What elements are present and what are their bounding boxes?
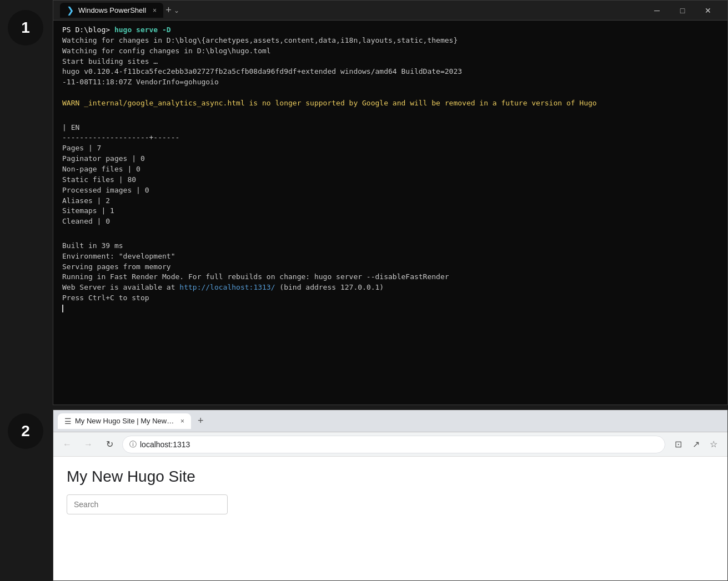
powershell-new-tab[interactable]: +	[165, 4, 172, 16]
browser-bookmark-btn[interactable]: ☆	[705, 436, 722, 453]
powershell-tab-title: Windows PowerShell	[78, 6, 146, 14]
ps-web-server-url: http://localhost:1313/	[179, 283, 275, 291]
powershell-minimize-btn[interactable]: ─	[644, 1, 670, 21]
browser-address-text: localhost:1313	[140, 440, 658, 449]
browser-tab-close[interactable]: ×	[180, 417, 184, 425]
ps-table-header: | EN	[62, 123, 719, 133]
powershell-window: ❯ Windows PowerShell × + ⌄ ─ □ ✕ PS D:\b…	[53, 0, 728, 405]
step-1-indicator: 1	[8, 10, 43, 46]
powershell-tab-close[interactable]: ×	[153, 7, 157, 14]
powershell-tab-dropdown[interactable]: ⌄	[174, 7, 179, 14]
browser-reload-btn[interactable]: ↻	[101, 436, 118, 453]
ps-built: Built in 39 ms	[62, 241, 719, 251]
ps-line3: Start building sites …	[62, 57, 719, 67]
ps-table-static: Static files | 80	[62, 175, 719, 185]
browser-window: ☰ My New Hugo Site | My New … × + ← → ↻ …	[53, 410, 728, 581]
browser-tab-icon: ☰	[64, 417, 72, 426]
browser-tab[interactable]: ☰ My New Hugo Site | My New … ×	[58, 413, 191, 429]
browser-content: My New Hugo Site	[53, 457, 727, 580]
step-1-label: 1	[21, 19, 30, 37]
ps-command: hugo serve -D	[110, 26, 171, 34]
ps-table-aliases: Aliases | 2	[62, 196, 719, 206]
browser-back-btn[interactable]: ←	[59, 436, 76, 453]
powershell-tab-icon: ❯	[67, 5, 74, 16]
ps-table: | EN --------------------+------ Pages |…	[62, 123, 719, 227]
ps-prompt: PS D:\blog>	[62, 26, 110, 34]
ps-table-paginator: Paginator pages | 0	[62, 154, 719, 164]
site-title: My New Hugo Site	[67, 468, 714, 486]
ps-cursor-blink	[62, 305, 63, 312]
address-info-icon: ⓘ	[129, 439, 137, 449]
ps-table-nonpage: Non-page files | 0	[62, 164, 719, 175]
ps-press-ctrl: Press Ctrl+C to stop	[62, 293, 719, 304]
powershell-maximize-btn[interactable]: □	[670, 1, 695, 21]
browser-tab-title: My New Hugo Site | My New …	[75, 417, 175, 425]
search-input[interactable]	[67, 494, 228, 514]
ps-line4: hugo v0.120.4-f11bca5fec2ebb3a02727fb2a5…	[62, 67, 719, 77]
ps-warn-line: WARN _internal/google_analytics_async.ht…	[62, 98, 719, 109]
ps-prompt-line: PS D:\blog> hugo serve -D	[62, 25, 719, 36]
browser-forward-btn[interactable]: →	[80, 436, 97, 453]
ps-line2: Watching for config changes in D:\blog\h…	[62, 46, 719, 57]
ps-table-sitemaps: Sitemaps | 1	[62, 206, 719, 216]
ps-serving: Serving pages from memory	[62, 262, 719, 272]
ps-web-server: Web Server is available at http://localh…	[62, 282, 719, 293]
step-2-indicator: 2	[8, 413, 43, 449]
browser-titlebar: ☰ My New Hugo Site | My New … × +	[53, 410, 727, 432]
ps-line5: -11-08T11:18:07Z VendorInfo=gohugoio	[62, 77, 719, 88]
ps-table-cleaned: Cleaned | 0	[62, 216, 719, 227]
powershell-titlebar: ❯ Windows PowerShell × + ⌄ ─ □ ✕	[53, 1, 727, 21]
ps-fast-render: Running in Fast Render Mode. For full re…	[62, 272, 719, 282]
browser-toolbar: ← → ↻ ⓘ localhost:1313 ⊡ ↗ ☆	[53, 432, 727, 457]
ps-line1: Watching for changes in D:\blog\{archety…	[62, 36, 719, 46]
ps-cursor-line	[62, 304, 719, 314]
browser-share-btn[interactable]: ↗	[687, 436, 704, 453]
step-2-label: 2	[21, 422, 30, 440]
browser-action-buttons: ⊡ ↗ ☆	[670, 436, 722, 453]
browser-address-bar[interactable]: ⓘ localhost:1313	[122, 436, 665, 453]
browser-new-tab-btn[interactable]: +	[193, 415, 208, 427]
powershell-tab[interactable]: ❯ Windows PowerShell ×	[60, 3, 163, 18]
powershell-window-controls: ─ □ ✕	[644, 1, 721, 21]
ps-environment: Environment: "development"	[62, 251, 719, 262]
powershell-content: PS D:\blog> hugo serve -D Watching for c…	[53, 21, 727, 405]
ps-table-pages: Pages | 7	[62, 143, 719, 154]
browser-download-btn[interactable]: ⊡	[670, 436, 686, 453]
ps-web-server-bind: (bind address 127.0.0.1)	[275, 283, 384, 291]
ps-web-server-text: Web Server is available at	[62, 283, 179, 291]
powershell-close-btn[interactable]: ✕	[695, 1, 721, 21]
ps-table-images: Processed images | 0	[62, 185, 719, 196]
ps-table-divider: --------------------+------	[62, 133, 719, 143]
